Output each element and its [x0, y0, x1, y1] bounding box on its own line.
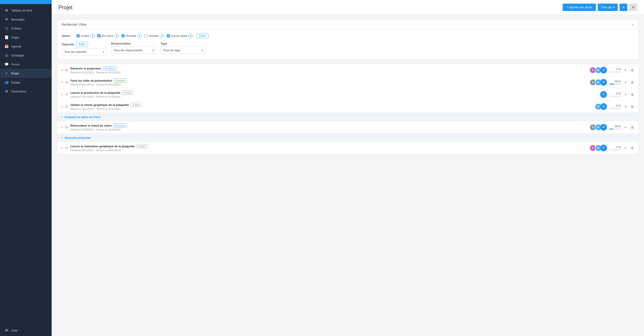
drag-handle-icon[interactable]: ≡: [61, 92, 63, 96]
sidebar-item-projet[interactable]: ✓ Projet: [0, 69, 52, 78]
delete-task-button[interactable]: 🗑: [630, 146, 635, 150]
sort-dropdown-button[interactable]: ▾: [620, 4, 628, 11]
add-assignee-button[interactable]: +: [600, 79, 607, 86]
messages-icon: ✉: [4, 17, 8, 21]
edit-task-button[interactable]: ✏: [624, 68, 628, 72]
task-name-row: Valider la charte graphique de la plaque…: [70, 103, 592, 107]
delete-task-button[interactable]: 🗑: [630, 92, 635, 97]
add-assignee-button[interactable]: +: [600, 124, 607, 131]
task-avatars: F M +: [590, 67, 607, 74]
checkbox-aucun[interactable]: [167, 34, 170, 37]
task-status-tag: A faire: [122, 91, 133, 95]
edit-task-button[interactable]: ✏: [624, 92, 628, 97]
task-name: Réserver le projecteur: [70, 67, 101, 70]
drag-handle-icon[interactable]: ≡: [61, 80, 63, 84]
task-dates: Débute le 14/11/2012 - Termine le 16/11/…: [70, 95, 598, 98]
sort-label: Trier par: [601, 6, 612, 9]
task-avatars: +: [600, 91, 607, 98]
sidebar-item-fichiers[interactable]: 🗋 Fichiers: [0, 24, 52, 33]
task-status-tag: A faire: [136, 144, 147, 148]
filter-collapse-icon[interactable]: ∧: [632, 23, 634, 26]
table-row: ≡ ⊙ Faire les slide de présentation Term…: [57, 76, 638, 88]
checkbox-a-faire[interactable]: [76, 34, 80, 37]
group-header-plaquette[interactable]: − Nouvelle plaquette: [57, 133, 638, 142]
content-area: Recherche / Filtre ∧ Statut A faire 3: [52, 15, 644, 336]
sidebar-item-messages[interactable]: ✉ Messages: [0, 15, 52, 24]
task-name: Lancer la production de la plaquette: [70, 91, 120, 94]
task-progress: 0 %: [610, 145, 621, 150]
tags-select[interactable]: Tous les tags: [160, 47, 206, 54]
sidebar-item-parametres[interactable]: ⚙ Paramètres: [0, 87, 52, 96]
responsables-select[interactable]: Tous les responsables: [111, 47, 156, 54]
drag-handle-icon[interactable]: ≡: [61, 146, 63, 150]
progress-bar-wrap: [610, 72, 621, 72]
sidebar-item-sondages[interactable]: ◎ Sondages: [0, 51, 52, 60]
task-status-icon: ⊙: [65, 68, 68, 72]
equipe-icon: 👥: [4, 80, 8, 84]
drag-handle-icon[interactable]: ≡: [61, 105, 63, 109]
task-list: ≡ ⊙ Réserver le projecteur En cours Débu…: [57, 64, 638, 154]
filter-title: Recherche / Filtre: [62, 23, 86, 26]
dashboard-icon: ⊞: [4, 8, 8, 12]
edit-task-button[interactable]: ✏: [624, 104, 628, 109]
sidebar-top-bar: [0, 0, 52, 4]
task-right: A M + 30 % ✏ 🗑: [590, 124, 635, 131]
chat-button[interactable]: ✉ Chat: [0, 324, 52, 336]
add-assignee-button[interactable]: +: [600, 103, 607, 110]
sidebar-item-equipe[interactable]: 👥 Equipe: [0, 78, 52, 87]
sidebar-item-pages[interactable]: 📄 Pages: [0, 33, 52, 42]
group-header-paris[interactable]: − Préparer le salon de Paris: [57, 113, 638, 121]
status-aucun-label: Aucun statut: [171, 34, 187, 38]
sidebar-label-pages: Pages: [11, 36, 20, 39]
task-status-icon: ⊙: [65, 92, 68, 96]
drag-handle-icon[interactable]: ≡: [61, 125, 63, 129]
sort-button[interactable]: Trier par ▾: [598, 4, 618, 11]
add-task-button[interactable]: + Ajouter une tâche: [563, 4, 596, 11]
checkbox-archive[interactable]: [144, 34, 148, 37]
status-termine-label: Terminé: [126, 34, 136, 38]
task-name-row: Lancer la réalisation graphique de la pl…: [70, 144, 587, 148]
delete-task-button[interactable]: 🗑: [630, 80, 635, 85]
settings-icon: ⚙: [632, 6, 634, 9]
add-assignee-button[interactable]: +: [600, 91, 607, 98]
task-progress: 0 %: [610, 104, 621, 109]
objectifs-edit-button[interactable]: Editer: [76, 42, 88, 47]
add-assignee-button[interactable]: +: [600, 145, 607, 151]
edit-task-button[interactable]: ✏: [624, 125, 628, 129]
status-edit-button[interactable]: Editer: [196, 33, 208, 38]
status-en-cours-label: En cours: [102, 34, 113, 38]
progress-text: 30 %: [615, 125, 621, 128]
task-right: A M + 40 % ✏ 🗑: [590, 79, 635, 86]
sidebar-item-tableau-de-bord[interactable]: ⊞ Tableau de bord: [0, 6, 52, 15]
objectifs-select[interactable]: Tous les objectifs: [62, 48, 107, 56]
table-row: ≡ ⊙ Réserver le projecteur En cours Débu…: [57, 64, 638, 76]
drag-handle-icon[interactable]: ≡: [61, 68, 63, 72]
task-status-icon: ⊙: [65, 104, 68, 109]
edit-task-button[interactable]: ✏: [624, 146, 628, 150]
status-a-faire-count: 3: [90, 34, 95, 38]
checkbox-termine[interactable]: [122, 34, 124, 37]
responsables-label-text: Responsables: [111, 42, 156, 45]
progress-bar-wrap: [610, 129, 621, 129]
add-assignee-button[interactable]: +: [600, 67, 607, 74]
delete-task-button[interactable]: 🗑: [630, 68, 635, 72]
responsables-select-wrapper: Tous les responsables: [111, 47, 156, 54]
status-en-cours: En cours 4: [98, 34, 119, 38]
chat-label: Chat: [11, 329, 17, 332]
sidebar-item-agenda[interactable]: 📅 Agenda: [0, 42, 52, 51]
delete-task-button[interactable]: 🗑: [630, 104, 635, 109]
task-info: Lancer la réalisation graphique de la pl…: [70, 144, 587, 151]
edit-task-button[interactable]: ✏: [624, 80, 628, 85]
sidebar-item-forum[interactable]: 💬 Forum: [0, 60, 52, 69]
task-status-icon: ⊙: [65, 80, 68, 84]
task-name: Faire les slide de présentation: [70, 79, 112, 82]
status-archive-label: Archivé: [149, 34, 158, 38]
delete-task-button[interactable]: 🗑: [630, 125, 635, 129]
sidebar-label-parametres: Paramètres: [11, 90, 26, 93]
status-termine-count: 1: [137, 34, 142, 38]
checkbox-en-cours[interactable]: [98, 34, 100, 37]
status-archive-count: 0: [160, 34, 164, 38]
settings-icon-button[interactable]: ⚙: [629, 4, 637, 11]
filter-body: Statut A faire 3 En cours 4: [57, 30, 638, 59]
task-actions: ✏ 🗑: [624, 80, 635, 85]
